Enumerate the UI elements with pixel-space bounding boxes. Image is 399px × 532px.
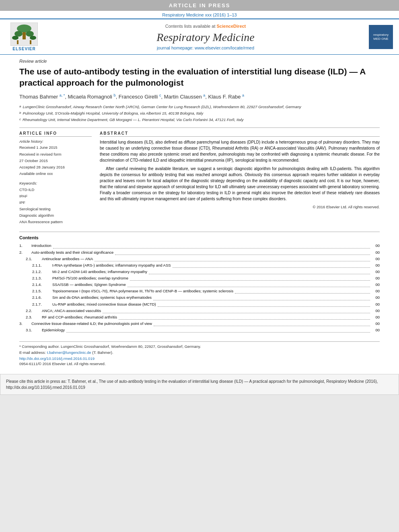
keywords-section: Keywords: CTD-ILD IPAF IPF Serological t… xyxy=(19,181,92,226)
toc-label-213: PM/Scl-75/100 antibodies; overlap syndro… xyxy=(52,275,128,281)
toc-num-213: 2.1.3. xyxy=(32,275,52,281)
journal-header: ELSEVIER Contents lists available at Sci… xyxy=(0,18,399,55)
sciencedirect-link[interactable]: ScienceDirect xyxy=(217,24,246,29)
toc-item-22: 2.2. ANCA; ANCA-associated vasculitis 00 xyxy=(19,308,380,314)
abstract-text: Interstitial lung diseases (ILD), also d… xyxy=(100,139,380,210)
affil-text-c: Rheumatology Unit, Internal Medicine Dep… xyxy=(23,117,244,123)
elsevier-logo: ELSEVIER xyxy=(4,23,44,51)
received-text: Received 1 June 2015 xyxy=(19,145,92,150)
toc-item-217: 2.1.7. U₁-RNP antibodies; mixed connecti… xyxy=(19,301,380,308)
please-cite-banner: Please cite this article in press as: T.… xyxy=(0,374,399,395)
rm-logo-text: respiratoryMED ONE xyxy=(373,33,389,41)
toc-label-31: Epidemiology xyxy=(42,327,65,333)
footer-corresponding: * Corresponding author. LungenClinic Gro… xyxy=(19,344,380,349)
toc-item-21: 2.1. Antinuclear antibodies — ANA 00 xyxy=(19,256,380,262)
kw-4: Serological testing xyxy=(19,206,92,212)
section-divider-1 xyxy=(19,127,380,128)
author-sup-a2: a xyxy=(203,93,205,97)
journal-cite: Respiratory Medicine xxx (2016) 1–13 xyxy=(0,11,399,18)
toc-label-21: Antinuclear antibodies — ANA xyxy=(42,256,93,262)
toc-item-3: 3. Connective tissue disease-related ILD… xyxy=(19,320,380,327)
toc-item-215: 2.1.5. Topoisomerase I (topo I/SCL-70), … xyxy=(19,288,380,294)
toc-item-31: 3.1. Epidemiology 00 xyxy=(19,327,380,333)
rm-logo-box: respiratoryMED ONE xyxy=(369,25,393,49)
toc-page-1: 00 xyxy=(372,242,380,249)
kw-1: CTD-ILD xyxy=(19,187,92,193)
article-info-abstract: ARTICLE INFO Article history: Received 1… xyxy=(19,131,380,225)
online-text: Available online xxx xyxy=(19,171,92,177)
sciencedirect-line: Contents lists available at ScienceDirec… xyxy=(165,24,246,29)
svg-rect-7 xyxy=(17,40,19,44)
author-sup-a: a, * xyxy=(60,93,65,97)
toc-item-211: 2.1.1. t-RNA synthetase (ARS-) antibodie… xyxy=(19,262,380,269)
homepage-url[interactable]: www.elsevier.com/locate/rmed xyxy=(195,45,254,50)
affil-line-c: c Rheumatology Unit, Internal Medicine D… xyxy=(19,117,380,123)
authors-line: Thomas Bahmer a, *, Micaela Romagnoli b,… xyxy=(19,93,380,101)
article-info-title: ARTICLE INFO xyxy=(19,131,92,137)
author-sup-c: c xyxy=(159,93,161,97)
kw-3: IPF xyxy=(19,199,92,206)
toc-page-3: 00 xyxy=(372,320,380,327)
abstract-title: ABSTRACT xyxy=(100,131,380,137)
elsevier-label: ELSEVIER xyxy=(12,47,35,51)
toc-item-214: 2.1.4. SSA/SSB — antibodies; Sjögren Syn… xyxy=(19,281,380,288)
toc-label-217: U₁-RNP antibodies; mixed connective tiss… xyxy=(52,301,156,308)
toc-num-2: 2. xyxy=(19,249,31,256)
toc-num-23: 2.3. xyxy=(26,314,42,320)
footer-email: E-mail address: t.bahmer@lungenclinic.de… xyxy=(19,350,380,355)
toc-num-212: 2.1.2. xyxy=(32,269,52,275)
contents-available-text: Contents lists available at xyxy=(165,24,216,29)
affil-text-a: LungenClinic Grosshansdorf, Airway Resea… xyxy=(23,104,301,110)
svg-point-3 xyxy=(14,31,23,37)
toc-label-216: Sm and ds-DNA antibodies; systemic lupus… xyxy=(52,294,152,301)
email-label: E-mail address: xyxy=(19,350,46,355)
toc-num-22: 2.2. xyxy=(26,308,42,314)
toc-page-211: 00 xyxy=(372,262,380,269)
toc-label-212: Mi-2 and CADM-140 antibodies; inflammato… xyxy=(52,269,147,275)
affil-sup-b: b xyxy=(19,111,21,116)
affil-sup-a: a xyxy=(19,104,21,110)
doi-link[interactable]: http://dx.doi.org/10.1016/j.rmed.2016.01… xyxy=(19,356,95,361)
journal-homepage: journal homepage: www.elsevier.com/locat… xyxy=(157,45,254,50)
please-cite-text: Please cite this article in press as: T.… xyxy=(6,379,378,390)
kw-6: ANA fluorescence pattern xyxy=(19,219,92,225)
svg-rect-8 xyxy=(30,40,31,44)
article-title: The use of auto-antibody testing in the … xyxy=(19,66,380,89)
toc-dots-211 xyxy=(173,264,370,268)
toc-dots-3 xyxy=(154,323,370,327)
toc-num-216: 2.1.6. xyxy=(32,294,52,301)
svg-point-4 xyxy=(26,31,34,37)
toc-dots-21 xyxy=(95,258,370,261)
accepted-text: Accepted 28 January 2016 xyxy=(19,164,92,170)
abstract-para-1: Interstitial lung diseases (ILD), also d… xyxy=(100,139,380,163)
toc-label-211: t-RNA synthetase (ARS-) antibodies; infl… xyxy=(52,262,171,269)
toc-item-216: 2.1.6. Sm and ds-DNA antibodies; systemi… xyxy=(19,294,380,301)
email-link[interactable]: t.bahmer@lungenclinic.de xyxy=(47,350,91,355)
journal-logo-right: respiratoryMED ONE xyxy=(367,23,395,51)
author-sup-b: b xyxy=(114,93,116,97)
toc-item-2: 2. Auto-antibody tests and their clinica… xyxy=(19,249,380,256)
copyright-line: © 2016 Elsevier Ltd. All rights reserved… xyxy=(100,204,380,210)
aip-banner-text: ARTICLE IN PRESS xyxy=(169,2,230,8)
article-body: Review article The use of auto-antibody … xyxy=(0,55,399,370)
corresponding-text: LungenClinic Grosshansdorf, Woehrendamm … xyxy=(61,344,201,349)
toc-page-31: 00 xyxy=(372,327,380,333)
toc-page-23: 00 xyxy=(372,314,380,320)
toc-num-215: 2.1.5. xyxy=(32,288,52,294)
toc-label-23: RF and CCP-antibodies; rheumatoid arthri… xyxy=(42,314,117,320)
toc-dots-215 xyxy=(235,290,370,294)
svg-point-6 xyxy=(30,36,36,40)
toc-page-215: 00 xyxy=(372,288,380,294)
toc-page-216: 00 xyxy=(372,294,380,301)
toc-item-23: 2.3. RF and CCP-antibodies; rheumatoid a… xyxy=(19,314,380,320)
affil-line-b: b Pulmonology Unit, S'Orsola-Malpighi Ho… xyxy=(19,111,380,116)
review-label: Review article xyxy=(19,59,380,64)
toc-dots-216 xyxy=(153,297,370,300)
kw-5: Diagnostic algorithm xyxy=(19,212,92,219)
toc-label-3: Connective tissue disease-related ILD; t… xyxy=(31,320,152,327)
corresponding-label: * Corresponding author. xyxy=(19,344,60,349)
contents-title: Contents xyxy=(19,235,380,240)
toc-label-215: Topoisomerase I (topo I/SCL-70), RNA pol… xyxy=(52,288,233,294)
toc-label-214: SSA/SSB — antibodies; Sjögren Syndrome xyxy=(52,281,126,288)
toc-dots-31 xyxy=(66,329,370,333)
